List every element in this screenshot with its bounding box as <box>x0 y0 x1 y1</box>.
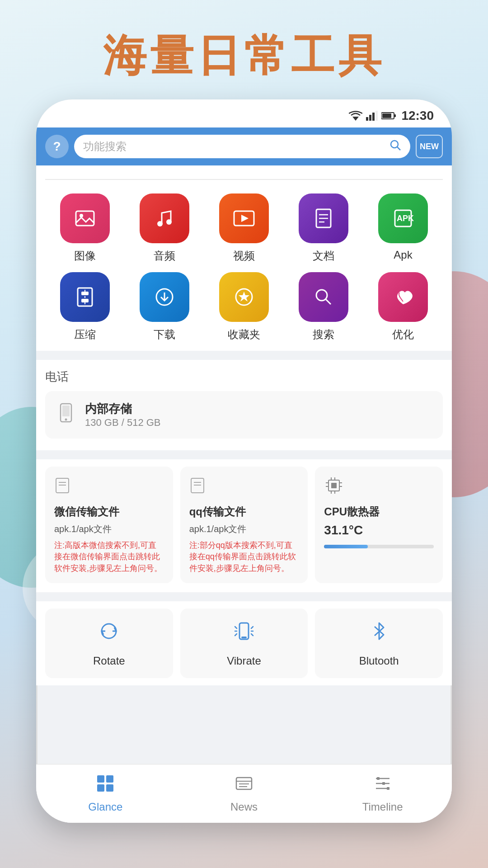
list-item[interactable]: 音频 <box>137 193 192 263</box>
icon-label: 文档 <box>313 249 334 263</box>
storage-title: 内部存储 <box>85 401 161 417</box>
list-item[interactable]: 压缩 <box>58 272 112 342</box>
svg-line-9 <box>397 147 400 150</box>
nav-label-news: News <box>230 801 258 813</box>
wifi-icon <box>349 111 362 121</box>
svg-point-13 <box>166 219 172 225</box>
icon-label: 视频 <box>233 249 255 263</box>
wechat-card[interactable]: 微信传输文件 apk.1/apk文件 注:高版本微信搜索不到,可直接在微信传输界… <box>45 467 173 583</box>
svg-rect-1 <box>366 117 368 121</box>
svg-text:APK: APK <box>397 214 414 223</box>
svg-rect-72 <box>387 787 389 790</box>
storage-card[interactable]: 内部存储 130 GB / 512 GB <box>45 391 443 439</box>
battery-icon <box>381 112 396 120</box>
status-time: 12:30 <box>401 108 434 123</box>
list-item[interactable]: 下载 <box>137 272 192 342</box>
new-button-label: NEW <box>420 142 439 151</box>
list-item[interactable]: 视频 <box>217 193 271 263</box>
svg-rect-2 <box>369 115 371 121</box>
cpu-card[interactable]: CPU散热器 31.1°C <box>315 467 443 583</box>
icon-image <box>60 193 110 243</box>
status-bar: 12:30 <box>36 99 452 127</box>
search-icon[interactable] <box>389 139 401 154</box>
search-bar[interactable]: 功能搜索 <box>74 135 410 158</box>
bluetooth-icon <box>367 619 391 648</box>
signal-icon <box>366 111 378 121</box>
svg-marker-29 <box>239 292 249 302</box>
svg-rect-52 <box>241 637 247 638</box>
rotate-card[interactable]: Rotate <box>45 609 173 678</box>
bottom-nav: Glance News <box>36 764 452 823</box>
temp-bar-fill <box>324 545 368 548</box>
svg-marker-15 <box>241 215 249 222</box>
list-item[interactable]: 图像 <box>58 193 112 263</box>
qq-card-title: qq传输文件 <box>189 505 299 519</box>
help-button[interactable]: ? <box>45 135 69 158</box>
page-title: 海量日常工具 <box>0 27 488 86</box>
timeline-icon <box>373 774 392 797</box>
svg-rect-10 <box>76 211 94 226</box>
storage-sub: 130 GB / 512 GB <box>85 417 161 429</box>
new-button[interactable]: NEW <box>416 135 443 158</box>
phone-frame: 12:30 ? 功能搜索 NEW <box>36 99 452 823</box>
list-item[interactable]: 优化 <box>376 272 430 342</box>
nav-item-news[interactable]: News <box>175 764 314 823</box>
vibrate-card[interactable]: Vibrate <box>180 609 308 678</box>
wechat-card-title: 微信传输文件 <box>54 505 164 519</box>
svg-rect-62 <box>106 784 113 792</box>
icon-video <box>219 193 269 243</box>
nav-item-timeline[interactable]: Timeline <box>313 764 452 823</box>
status-icons <box>349 111 396 121</box>
icon-label: 音频 <box>154 249 175 263</box>
qq-card[interactable]: qq传输文件 apk.1/apk文件 注:部分qq版本搜索不到,可直接在qq传输… <box>180 467 308 583</box>
icon-audio <box>140 193 189 243</box>
nav-label-timeline: Timeline <box>362 801 403 813</box>
qq-card-file: apk.1/apk文件 <box>189 523 299 535</box>
list-item[interactable]: 搜索 <box>296 272 351 342</box>
news-icon <box>235 774 253 797</box>
svg-rect-25 <box>81 299 89 302</box>
svg-marker-0 <box>352 117 359 121</box>
svg-rect-71 <box>382 782 385 785</box>
svg-point-12 <box>157 221 163 226</box>
icon-label: Apk <box>394 249 412 261</box>
search-placeholder: 功能搜索 <box>83 139 385 154</box>
svg-rect-61 <box>97 784 104 792</box>
bluetooth-card[interactable]: Blutooth <box>315 609 443 678</box>
svg-line-31 <box>325 299 331 304</box>
icon-label: 搜索 <box>313 327 334 342</box>
phone-section-title: 电话 <box>45 369 443 385</box>
svg-rect-59 <box>97 775 104 783</box>
cpu-card-temp: 31.1°C <box>324 523 434 538</box>
phone-icon <box>56 403 76 427</box>
svg-rect-3 <box>372 113 375 121</box>
vibrate-icon <box>232 619 256 648</box>
icon-download <box>140 272 189 322</box>
icon-label: 收藏夹 <box>228 327 260 342</box>
icon-compress <box>60 272 110 322</box>
list-item[interactable]: APK Apk <box>376 193 430 263</box>
icon-search <box>299 272 348 322</box>
svg-rect-42 <box>331 483 337 488</box>
list-item[interactable]: 文档 <box>296 193 351 263</box>
svg-line-53 <box>235 627 237 628</box>
wechat-card-note: 注:高版本微信搜索不到,可直接在微信传输界面点击跳转此软件安装,步骤见左上角问号… <box>54 540 164 574</box>
nav-item-glance[interactable]: Glance <box>36 764 175 823</box>
temp-bar-bg <box>324 545 434 548</box>
svg-rect-7 <box>382 113 391 118</box>
svg-line-55 <box>235 634 237 636</box>
vibrate-label: Vibrate <box>227 655 261 667</box>
svg-point-34 <box>65 419 67 421</box>
icon-favorites <box>219 272 269 322</box>
svg-point-8 <box>391 141 398 148</box>
svg-rect-24 <box>81 292 89 295</box>
svg-line-58 <box>251 634 253 636</box>
svg-rect-6 <box>394 114 396 117</box>
list-item[interactable]: 收藏夹 <box>217 272 271 342</box>
svg-rect-60 <box>106 775 113 783</box>
content-area: 图像 音频 <box>36 165 452 685</box>
storage-info: 内部存储 130 GB / 512 GB <box>85 401 161 429</box>
bluetooth-label: Blutooth <box>359 655 399 667</box>
svg-rect-4 <box>375 111 378 121</box>
qq-card-note: 注:部分qq版本搜索不到,可直接在qq传输界面点击跳转此软件安装,步骤见左上角问… <box>189 540 299 574</box>
